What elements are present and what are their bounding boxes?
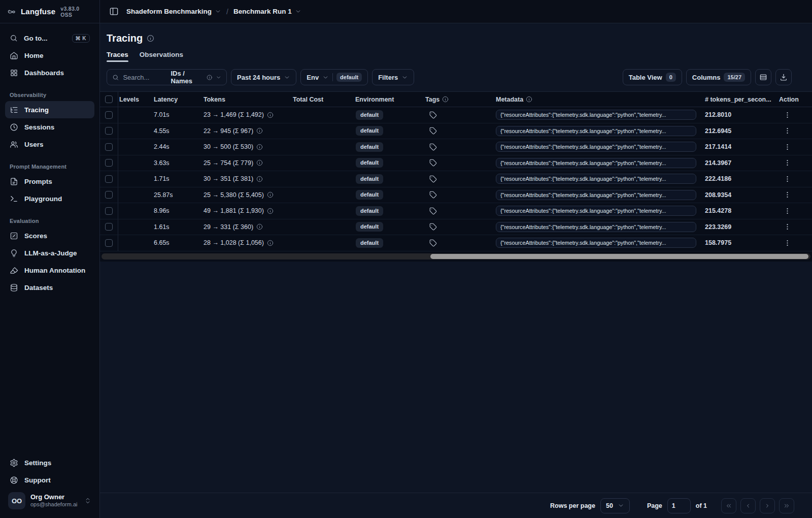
table-row[interactable]: 4.55s 22 → 945 (Σ 967) default {"resourc… — [100, 123, 812, 140]
cell-tags[interactable] — [422, 139, 493, 155]
next-page-button[interactable] — [760, 498, 775, 513]
row-checkbox[interactable] — [105, 159, 113, 167]
row-actions-kebab-button[interactable] — [784, 143, 791, 151]
table-row[interactable]: 3.63s 25 → 754 (Σ 779) default {"resourc… — [100, 155, 812, 172]
row-checkbox[interactable] — [105, 207, 113, 215]
row-checkbox[interactable] — [105, 239, 113, 247]
row-actions-kebab-button[interactable] — [784, 223, 791, 231]
row-height-button[interactable] — [755, 69, 771, 85]
filters-dropdown[interactable]: Filters — [372, 69, 414, 85]
row-checkbox[interactable] — [105, 223, 113, 231]
column-header-levels[interactable]: Levels — [118, 92, 151, 107]
sidebar-item-scores[interactable]: Scores — [5, 227, 94, 244]
time-range-dropdown[interactable]: Past 24 hours — [231, 69, 296, 85]
select-all-checkbox[interactable] — [105, 95, 113, 103]
tag-icon — [429, 207, 437, 215]
cell-tags[interactable] — [422, 107, 493, 123]
metadata-pill[interactable]: {"resourceAttributes":{"telemetry.sdk.la… — [496, 206, 696, 216]
sidebar-item-datasets[interactable]: Datasets — [5, 279, 94, 296]
cell-tags[interactable] — [422, 155, 493, 171]
metadata-pill[interactable]: {"resourceAttributes":{"telemetry.sdk.la… — [496, 190, 696, 200]
sidebar-item-dashboards[interactable]: Dashboards — [5, 64, 94, 81]
columns-button[interactable]: Columns 15/27 — [686, 69, 751, 85]
cell-tags[interactable] — [422, 203, 493, 219]
metadata-pill[interactable]: {"resourceAttributes":{"telemetry.sdk.la… — [496, 222, 696, 232]
metadata-pill[interactable]: {"resourceAttributes":{"telemetry.sdk.la… — [496, 126, 696, 136]
environment-dropdown[interactable]: Env default — [300, 69, 368, 85]
table-row[interactable]: 1.71s 30 → 351 (Σ 381) default {"resourc… — [100, 171, 812, 187]
column-header-action[interactable]: Action — [776, 92, 812, 107]
table-row[interactable]: 8.96s 49 → 1,881 (Σ 1,930) default {"res… — [100, 203, 812, 219]
info-icon — [267, 208, 274, 214]
goto-search[interactable]: Go to... ⌘ K — [5, 29, 94, 47]
search-mode-dropdown[interactable]: IDs / Names — [171, 70, 221, 85]
cell-tags[interactable] — [422, 171, 493, 187]
cell-tags[interactable] — [422, 123, 493, 139]
sidebar-item-home[interactable]: Home — [5, 47, 94, 64]
sidebar-item-human-annotation[interactable]: Human Annotation — [5, 262, 94, 279]
metadata-pill[interactable]: {"resourceAttributes":{"telemetry.sdk.la… — [496, 142, 696, 152]
row-checkbox[interactable] — [105, 191, 113, 199]
tab-traces[interactable]: Traces — [107, 51, 128, 62]
cell-tags[interactable] — [422, 187, 493, 203]
sidebar-item-prompts[interactable]: Prompts — [5, 173, 94, 190]
breadcrumb-project[interactable]: Benchmark Run 1 — [233, 8, 301, 15]
row-actions-kebab-button[interactable] — [784, 207, 791, 215]
table-row[interactable]: 25.87s 25 → 5,380 (Σ 5,405) default {"re… — [100, 187, 812, 204]
horizontal-scrollbar-track[interactable] — [101, 253, 810, 260]
table-row[interactable]: 7.01s 23 → 1,469 (Σ 1,492) default {"res… — [100, 107, 812, 123]
sidebar-item-users[interactable]: Users — [5, 136, 94, 153]
database-icon — [10, 283, 18, 292]
horizontal-scrollbar-thumb[interactable] — [430, 254, 808, 259]
table-row[interactable]: 6.65s 28 → 1,028 (Σ 1,056) default {"res… — [100, 235, 812, 251]
user-menu[interactable]: OO Org Owner ops@shadeform.ai — [5, 489, 94, 513]
row-actions-kebab-button[interactable] — [784, 239, 791, 247]
last-page-button[interactable] — [779, 498, 794, 513]
row-actions-kebab-button[interactable] — [784, 127, 791, 135]
sidebar-item-settings[interactable]: Settings — [5, 454, 94, 471]
sidebar-toggle-button[interactable] — [106, 4, 121, 19]
columns-count-badge: 15/27 — [724, 73, 745, 82]
breadcrumb-org[interactable]: Shadeform Benchmarking — [126, 8, 221, 15]
previous-page-button[interactable] — [740, 498, 756, 513]
cell-tags[interactable] — [422, 219, 493, 235]
metadata-pill[interactable]: {"resourceAttributes":{"telemetry.sdk.la… — [496, 110, 696, 120]
tab-observations[interactable]: Observations — [140, 51, 183, 62]
column-header-metadata[interactable]: Metadata — [493, 92, 701, 107]
metadata-pill[interactable]: {"resourceAttributes":{"telemetry.sdk.la… — [496, 158, 696, 168]
row-checkbox[interactable] — [105, 127, 113, 135]
cell-tags[interactable] — [422, 235, 493, 251]
row-actions-kebab-button[interactable] — [784, 191, 791, 199]
row-actions-kebab-button[interactable] — [784, 159, 791, 167]
row-checkbox[interactable] — [105, 111, 113, 119]
column-header-environment[interactable]: Environment — [349, 92, 422, 107]
sidebar-item-playground[interactable]: Playground — [5, 190, 94, 207]
sidebar-item-support[interactable]: Support — [5, 471, 94, 489]
export-button[interactable] — [775, 69, 792, 85]
cell-tokens: 30 → 351 (Σ 381) — [198, 171, 285, 187]
column-header-tokens-per-second[interactable]: # tokens_per_secon... — [701, 92, 776, 107]
column-header-tokens[interactable]: Tokens — [198, 92, 285, 107]
row-checkbox[interactable] — [105, 143, 113, 151]
table-row[interactable]: 2.44s 30 → 500 (Σ 530) default {"resourc… — [100, 139, 812, 155]
row-actions-kebab-button[interactable] — [784, 111, 791, 119]
search-input[interactable] — [123, 74, 166, 81]
metadata-pill[interactable]: {"resourceAttributes":{"telemetry.sdk.la… — [496, 238, 696, 248]
table-row[interactable]: 1.61s 29 → 331 (Σ 360) default {"resourc… — [100, 219, 812, 236]
metadata-pill[interactable]: {"resourceAttributes":{"telemetry.sdk.la… — [496, 174, 696, 184]
row-checkbox[interactable] — [105, 175, 113, 183]
first-page-button[interactable] — [721, 498, 736, 513]
sidebar-item-tracing[interactable]: Tracing — [5, 101, 94, 118]
sidebar-item-llm-as-a-judge[interactable]: LLM-as-a-Judge — [5, 244, 94, 262]
page-number-input[interactable] — [667, 498, 691, 513]
rows-per-page-select[interactable]: 50 — [600, 498, 630, 513]
column-header-total-cost[interactable]: Total Cost — [285, 92, 349, 107]
row-actions-kebab-button[interactable] — [784, 175, 791, 183]
table-view-button[interactable]: Table View 0 — [623, 69, 682, 85]
column-header-latency[interactable]: Latency — [151, 92, 198, 107]
sidebar-item-sessions[interactable]: Sessions — [5, 118, 94, 136]
column-header-tags[interactable]: Tags — [422, 92, 493, 107]
cell-action — [776, 235, 812, 251]
langfuse-logo-icon — [7, 7, 17, 16]
file-icon — [10, 177, 18, 186]
